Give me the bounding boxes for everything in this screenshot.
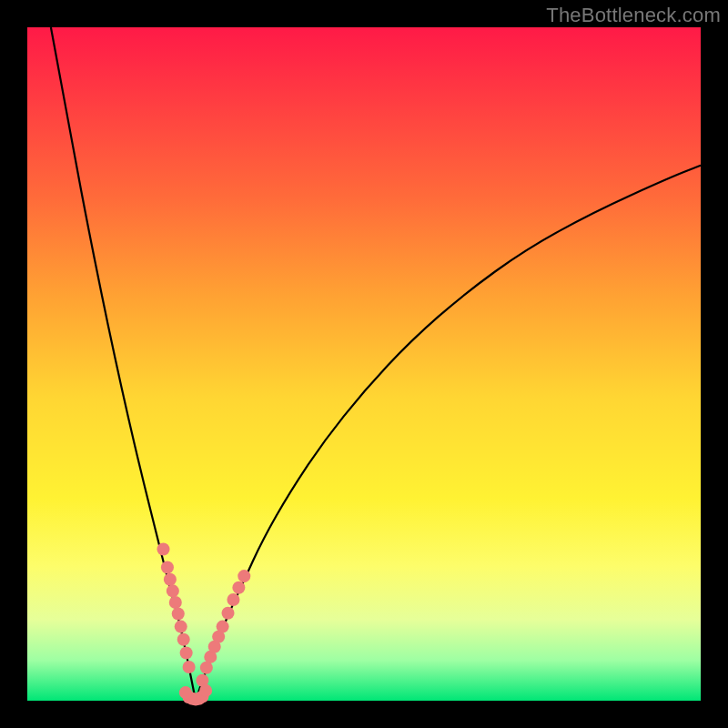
data-point bbox=[177, 633, 190, 646]
bottleneck-curve-right bbox=[196, 166, 701, 701]
data-point bbox=[167, 584, 179, 597]
data-point bbox=[179, 686, 192, 699]
data-point bbox=[227, 593, 239, 606]
watermark-text: TheBottleneck.com bbox=[546, 4, 721, 27]
data-point bbox=[221, 607, 234, 620]
data-point bbox=[175, 621, 187, 633]
data-point bbox=[217, 621, 229, 633]
data-point bbox=[157, 542, 169, 555]
data-point bbox=[169, 596, 182, 609]
data-markers bbox=[157, 542, 250, 705]
data-point bbox=[161, 561, 174, 573]
data-point bbox=[199, 684, 212, 697]
chart-svg bbox=[27, 27, 701, 701]
data-point bbox=[172, 608, 185, 621]
data-point bbox=[232, 581, 245, 594]
data-point bbox=[238, 570, 250, 582]
plot-area bbox=[27, 27, 701, 701]
data-point bbox=[183, 661, 196, 673]
data-point bbox=[164, 573, 177, 586]
data-point bbox=[180, 646, 193, 659]
chart-frame: TheBottleneck.com bbox=[0, 0, 728, 728]
